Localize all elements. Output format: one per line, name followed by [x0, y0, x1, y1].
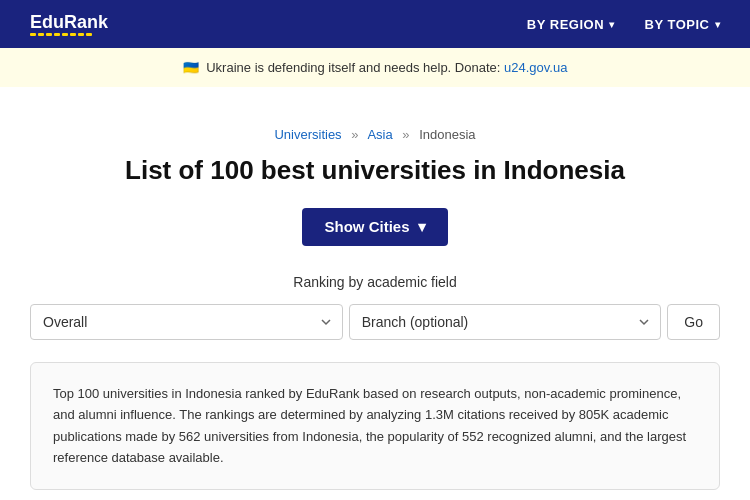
ukraine-flag: 🇺🇦 — [183, 60, 199, 75]
show-cities-wrapper: Show Cities ▾ — [30, 208, 720, 246]
show-cities-button[interactable]: Show Cities ▾ — [302, 208, 447, 246]
separator: » — [351, 127, 358, 142]
page-title: List of 100 best universities in Indones… — [30, 154, 720, 188]
info-box: Top 100 universities in Indonesia ranked… — [30, 362, 720, 490]
logo-text: EduRank — [30, 12, 108, 33]
breadcrumb-asia[interactable]: Asia — [367, 127, 392, 142]
main-nav: BY REGION ▾ BY TOPIC ▾ — [527, 17, 720, 32]
logo[interactable]: EduRank — [30, 12, 108, 36]
banner-text: Ukraine is defending itself and needs he… — [206, 60, 500, 75]
breadcrumb-universities[interactable]: Universities — [274, 127, 341, 142]
info-text: Top 100 universities in Indonesia ranked… — [53, 383, 697, 469]
ukraine-banner: 🇺🇦 Ukraine is defending itself and needs… — [0, 48, 750, 87]
chevron-down-icon: ▾ — [418, 218, 426, 236]
header: EduRank BY REGION ▾ BY TOPIC ▾ — [0, 0, 750, 48]
chevron-down-icon: ▾ — [609, 19, 615, 30]
chevron-down-icon: ▾ — [715, 19, 721, 30]
main-content: Universities » Asia » Indonesia List of … — [0, 87, 750, 500]
separator: » — [402, 127, 409, 142]
branch-dropdown[interactable]: Branch (optional) — [349, 304, 662, 340]
dropdowns-row: Overall Branch (optional) Go — [30, 304, 720, 340]
go-button[interactable]: Go — [667, 304, 720, 340]
logo-tagline — [30, 33, 92, 36]
nav-by-topic[interactable]: BY TOPIC ▾ — [645, 17, 720, 32]
field-dropdown[interactable]: Overall — [30, 304, 343, 340]
nav-by-region[interactable]: BY REGION ▾ — [527, 17, 615, 32]
breadcrumb: Universities » Asia » Indonesia — [30, 127, 720, 142]
banner-link[interactable]: u24.gov.ua — [504, 60, 567, 75]
ranking-label: Ranking by academic field — [30, 274, 720, 290]
breadcrumb-current: Indonesia — [419, 127, 475, 142]
